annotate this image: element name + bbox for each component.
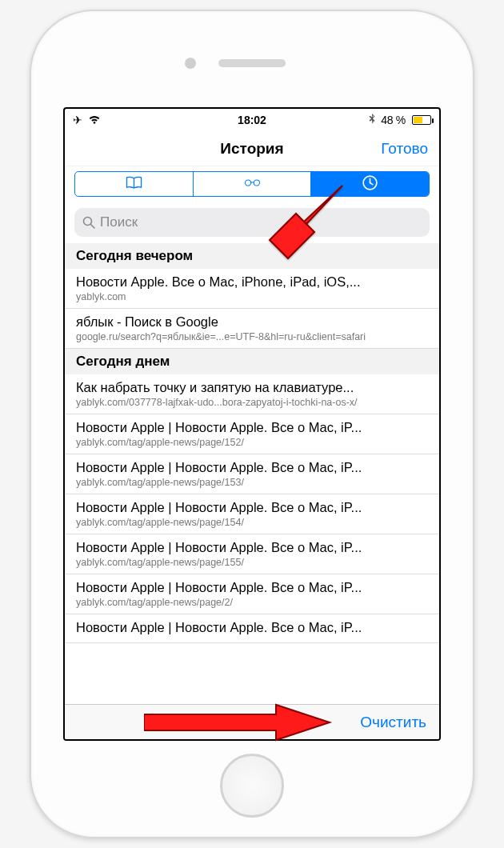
history-item-title: Как набрать точку и запятую на клавиатур… (76, 380, 428, 395)
section-header: Сегодня вечером (65, 243, 439, 269)
history-item-url: yablyk.com/tag/apple-news/page/155/ (76, 557, 428, 568)
history-item-url: yablyk.com/tag/apple-news/page/153/ (76, 477, 428, 488)
front-camera (185, 58, 196, 69)
home-button[interactable] (220, 754, 284, 818)
tab-reading-list[interactable] (194, 172, 312, 196)
airplane-mode-icon: ✈ (73, 114, 82, 126)
status-time: 18:02 (238, 114, 266, 126)
history-item[interactable]: Новости Apple | Новости Apple. Все о Mac… (65, 414, 439, 454)
history-item[interactable]: Новости Apple | Новости Apple. Все о Mac… (65, 534, 439, 574)
clock-icon (361, 174, 379, 194)
battery-icon (412, 115, 431, 125)
history-item[interactable]: Новости Apple | Новости Apple. Все о Mac… (65, 454, 439, 494)
history-item-title: Новости Apple | Новости Apple. Все о Mac… (76, 540, 428, 555)
bluetooth-icon (368, 114, 376, 127)
history-item-url: google.ru/search?q=яблык&ie=...e=UTF-8&h… (76, 331, 428, 342)
earpiece-speaker (218, 59, 286, 67)
done-button[interactable]: Готово (381, 140, 428, 158)
tab-history[interactable] (311, 172, 429, 196)
history-item[interactable]: Новости Apple | Новости Apple. Все о Mac… (65, 614, 439, 643)
search-input[interactable]: Поиск (74, 208, 430, 237)
history-item-title: Новости Apple | Новости Apple. Все о Mac… (76, 460, 428, 475)
toolbar: Очистить (65, 704, 439, 739)
history-list[interactable]: Сегодня вечеромНовости Apple. Все о Mac,… (65, 243, 439, 704)
nav-bar: История Готово (65, 131, 439, 166)
history-item-url: yablyk.com/tag/apple-news/page/152/ (76, 437, 428, 448)
history-item[interactable]: Новости Apple. Все о Mac, iPhone, iPad, … (65, 269, 439, 309)
svg-point-0 (245, 179, 250, 185)
glasses-icon (243, 174, 262, 194)
search-icon (82, 216, 95, 229)
history-item-url: yablyk.com (76, 291, 428, 302)
status-bar: ✈ 18:02 48 % (65, 109, 439, 131)
history-item-title: Новости Apple. Все о Mac, iPhone, iPad, … (76, 274, 428, 290)
section-header: Сегодня днем (65, 349, 439, 374)
screen: ✈ 18:02 48 % История Готово (63, 107, 441, 741)
book-icon (125, 174, 143, 194)
clear-button[interactable]: Очистить (360, 714, 426, 731)
history-item-title: Новости Apple | Новости Apple. Все о Mac… (76, 500, 428, 515)
history-item[interactable]: яблык - Поиск в Googlegoogle.ru/search?q… (65, 309, 439, 349)
segmented-tabs (74, 171, 430, 197)
tab-bookmarks[interactable] (75, 172, 194, 196)
history-item-url: yablyk.com/tag/apple-news/page/154/ (76, 517, 428, 528)
svg-point-1 (254, 179, 259, 185)
wifi-icon (87, 114, 102, 127)
history-item[interactable]: Новости Apple | Новости Apple. Все о Mac… (65, 494, 439, 534)
history-item-url: yablyk.com/037778-lajfxak-udo...bora-zap… (76, 397, 428, 408)
iphone-frame: ✈ 18:02 48 % История Готово (30, 10, 474, 838)
history-item[interactable]: Как набрать точку и запятую на клавиатур… (65, 374, 439, 414)
history-item-title: Новости Apple | Новости Apple. Все о Mac… (76, 580, 428, 595)
history-item-title: яблык - Поиск в Google (76, 314, 428, 330)
history-item[interactable]: Новости Apple | Новости Apple. Все о Mac… (65, 574, 439, 614)
history-item-title: Новости Apple | Новости Apple. Все о Mac… (76, 620, 428, 635)
battery-percent: 48 % (381, 114, 406, 126)
history-item-url: yablyk.com/tag/apple-news/page/2/ (76, 597, 428, 608)
history-item-title: Новости Apple | Новости Apple. Все о Mac… (76, 420, 428, 435)
search-placeholder: Поиск (100, 214, 138, 230)
